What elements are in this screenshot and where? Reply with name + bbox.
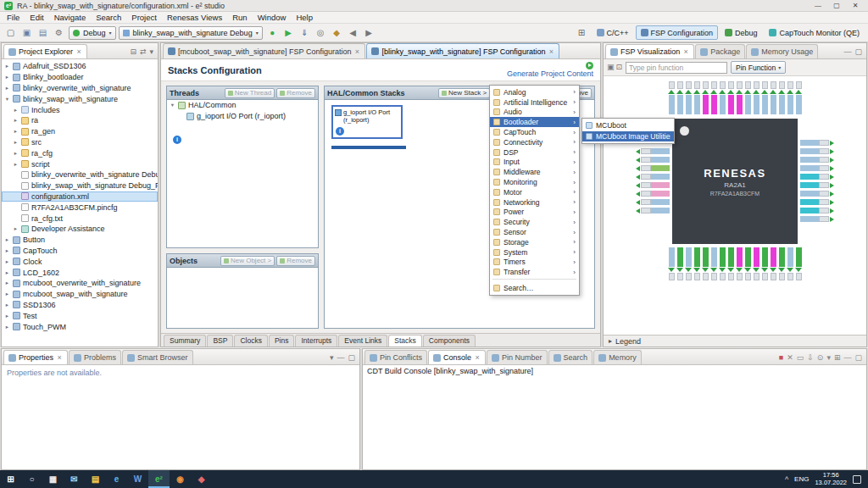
firefox-icon[interactable]: ◉ (170, 470, 191, 488)
expand-arrow-icon[interactable]: ▸ (13, 225, 19, 232)
properties-tab[interactable]: Properties (3, 350, 68, 364)
pin[interactable] (668, 247, 675, 280)
launch-config-dropdown[interactable]: blinky_swap_with_signature Debug ▾ (119, 26, 263, 40)
tree-item[interactable]: ▸ mcuboot_swap_with_signature (2, 289, 158, 300)
tree-item[interactable]: blinky_swap_with_signature Debug_Flat.la… (2, 180, 158, 191)
context-menu-item[interactable]: Power (490, 208, 579, 218)
context-menu-item[interactable]: Networking (490, 197, 579, 208)
pin[interactable] (635, 191, 670, 197)
generate-project-content-link[interactable]: Generate Project Content (507, 69, 593, 78)
mark-occurrences-icon[interactable]: ◆ (330, 25, 344, 40)
expand-arrow-icon[interactable]: ▸ (13, 117, 19, 124)
expand-arrow-icon[interactable]: ▸ (4, 291, 10, 297)
maximize-view-icon[interactable]: ▢ (348, 354, 355, 362)
context-menu-item[interactable]: Input (490, 158, 579, 168)
tree-item[interactable]: ▸ CapTouch (2, 246, 158, 257)
expand-arrow-icon[interactable]: ▸ (13, 161, 19, 168)
properties-tab[interactable]: Problems (69, 350, 121, 364)
expand-arrow-icon[interactable]: ▸ (4, 269, 10, 276)
package-visualization[interactable]: RENESAS RA2A1 R7FA2A1AB3CFM (604, 76, 866, 335)
tree-item[interactable]: R7FA2A1AB3CFM.pincfg (2, 202, 158, 213)
tree-item[interactable]: ▸ Includes (2, 104, 158, 115)
expand-arrow-icon[interactable]: ▸ (4, 258, 10, 265)
menu-item[interactable]: Run (227, 12, 252, 24)
properties-tab[interactable]: Smart Browser (122, 350, 193, 364)
pin[interactable] (800, 191, 835, 197)
save-all-icon[interactable]: ▤ (36, 25, 50, 40)
context-menu-item[interactable]: Storage (490, 237, 579, 247)
pin[interactable] (800, 157, 835, 163)
menu-item[interactable]: Help (291, 12, 318, 24)
context-menu-item[interactable]: Security (490, 217, 579, 227)
expand-arrow-icon[interactable]: ▸ (4, 280, 10, 286)
remove-launch-icon[interactable]: ✕ (787, 354, 793, 362)
debug-icon[interactable]: ● (265, 25, 280, 40)
tree-item[interactable]: configuration.xml (2, 191, 158, 202)
panel-button[interactable]: New Stack > (438, 88, 490, 98)
close-icon[interactable] (75, 48, 82, 55)
context-menu-item[interactable]: Search… (490, 283, 579, 293)
search-icon[interactable]: ◎ (314, 25, 328, 40)
visualization-tab[interactable]: FSP Visualization (605, 44, 694, 58)
pin[interactable] (719, 247, 726, 280)
save-icon[interactable]: ▣ (19, 25, 34, 40)
pin[interactable] (761, 247, 768, 280)
expand-arrow-icon[interactable]: ▸ (13, 139, 19, 146)
tree-item[interactable]: ▸ SSD1306 (2, 300, 158, 311)
pin-function-search-input[interactable] (626, 62, 727, 74)
pin[interactable] (635, 157, 670, 163)
maximize-button[interactable]: ▢ (828, 0, 845, 11)
pin[interactable] (676, 247, 683, 280)
tray-expand-icon[interactable]: ^ (785, 475, 788, 484)
perspective-captouch-monitor[interactable]: CapTouch Monitor (QE) (764, 25, 865, 40)
menu-item[interactable]: Navigate (49, 12, 92, 24)
start-button[interactable]: ⊞ (0, 470, 21, 488)
link-with-editor-icon[interactable]: ⇄ (140, 48, 147, 56)
menu-item[interactable]: File (2, 12, 25, 24)
context-menu-item[interactable]: DSP (490, 147, 579, 158)
pin[interactable] (753, 81, 760, 114)
menu-item[interactable]: Edit (25, 12, 48, 24)
pin[interactable] (770, 81, 776, 114)
expand-arrow-icon[interactable]: ▸ (4, 302, 10, 308)
build-icon[interactable]: ⚙ (52, 25, 66, 40)
tree-item[interactable]: ▸ ra_cfg (2, 147, 158, 158)
display-console-icon[interactable]: ▾ (826, 354, 831, 362)
close-icon[interactable] (474, 354, 481, 361)
pin[interactable] (727, 81, 734, 114)
minimize-view-icon[interactable]: — (843, 354, 851, 362)
pin[interactable] (736, 247, 743, 280)
pin[interactable] (800, 208, 835, 214)
pin[interactable] (693, 81, 700, 114)
new-icon[interactable]: ▢ (3, 25, 18, 40)
expand-arrow-icon[interactable]: ▾ (4, 96, 10, 103)
minimize-view-icon[interactable]: — (843, 48, 851, 56)
terminate-icon[interactable]: ■ (779, 354, 783, 362)
perspective-debug[interactable]: Debug (720, 25, 763, 40)
pin[interactable] (702, 81, 709, 114)
editor-bottom-tab[interactable]: Summary (164, 335, 206, 347)
context-menu-item[interactable]: Audio (490, 108, 579, 118)
perspective-fsp-configuration[interactable]: FSP Configuration (636, 25, 718, 40)
editor-bottom-tab[interactable]: BSP (207, 335, 233, 347)
perspective-c-cpp[interactable]: C/C++ (592, 25, 634, 40)
panel-button[interactable]: New Thread (225, 88, 275, 98)
maximize-view-icon[interactable]: ▢ (854, 354, 862, 362)
pin[interactable] (635, 199, 670, 205)
pin[interactable] (761, 81, 768, 114)
pin[interactable] (800, 216, 835, 222)
console-tab[interactable]: Pin Conflicts (364, 350, 427, 364)
panel-button[interactable]: New Object > (220, 256, 275, 266)
tree-item[interactable]: ▾ blinky_swap_with_signature (2, 93, 158, 104)
pin[interactable] (800, 148, 835, 154)
stack-card-g-ioport[interactable]: g_ioport I/O Port (r_ioport) (331, 105, 403, 139)
pin[interactable] (744, 81, 751, 114)
pin[interactable] (795, 247, 802, 280)
console-tab[interactable]: Search (548, 350, 593, 364)
editor-tab[interactable]: [blinky_swap_with_signature] FSP Configu… (366, 43, 559, 58)
close-icon[interactable] (548, 48, 554, 55)
editor-bottom-tab[interactable]: Interrupts (295, 335, 337, 347)
pin[interactable] (693, 247, 700, 280)
pin[interactable] (800, 165, 835, 171)
thread-tree-item[interactable]: ▾ HAL/Common (167, 100, 318, 111)
